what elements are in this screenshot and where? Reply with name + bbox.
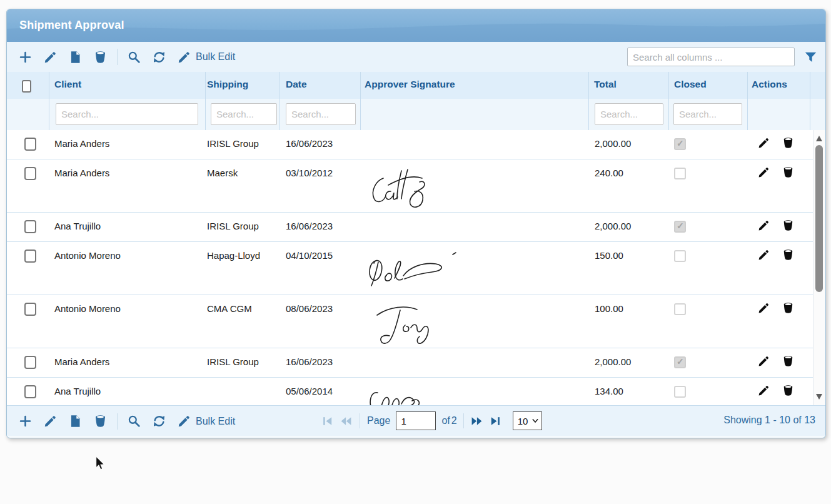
prev-page-icon[interactable] xyxy=(340,415,352,427)
toolbar-right xyxy=(627,48,825,66)
scrollbar-thumb[interactable] xyxy=(815,145,823,292)
edit-row-icon[interactable] xyxy=(758,137,770,149)
edit-row-icon[interactable] xyxy=(758,166,770,178)
search-icon[interactable] xyxy=(128,51,141,64)
select-all-checkbox[interactable] xyxy=(22,80,31,93)
row-checkbox[interactable] xyxy=(24,249,36,263)
chevron-down-icon xyxy=(531,417,539,425)
refresh-icon[interactable] xyxy=(153,51,166,64)
copy-icon[interactable] xyxy=(69,415,82,428)
mouse-cursor xyxy=(95,456,106,471)
column-header-shipping[interactable]: Shipping xyxy=(207,79,248,90)
cell-shipping: Maersk xyxy=(207,168,238,178)
delete-row-icon[interactable] xyxy=(782,385,794,396)
filter-client-input[interactable] xyxy=(56,103,198,125)
last-page-icon[interactable] xyxy=(490,415,501,427)
add-icon[interactable] xyxy=(19,51,32,64)
scroll-down-icon[interactable] xyxy=(816,394,822,400)
edit-icon[interactable] xyxy=(44,415,57,428)
table-row[interactable]: Ana Trujillo IRISL Group 16/06/2023 2,00… xyxy=(7,213,825,242)
filter-row xyxy=(7,99,825,131)
closed-checkbox xyxy=(674,250,686,262)
closed-checkbox xyxy=(674,221,686,233)
signature-image xyxy=(366,163,441,211)
signature-image xyxy=(366,386,428,405)
cell-shipping: IRISL Group xyxy=(207,138,259,149)
column-header-total[interactable]: Total xyxy=(594,79,617,90)
table-row[interactable]: Maria Anders Maersk 03/10/2012 240.00 xyxy=(7,159,825,213)
table-row[interactable]: Antonio Moreno Hapag-Lloyd 04/10/2015 15… xyxy=(7,242,825,295)
cell-date: 16/06/2023 xyxy=(286,221,333,231)
row-checkbox[interactable] xyxy=(24,303,36,316)
filter-shipping-input[interactable] xyxy=(211,103,277,125)
filter-date-input[interactable] xyxy=(286,103,356,125)
delete-icon[interactable] xyxy=(94,415,107,428)
total-pages: 2 xyxy=(451,415,457,426)
table-row[interactable]: Antonio Moreno CMA CGM 08/06/2023 100.00 xyxy=(7,295,825,348)
toolbar-divider xyxy=(117,413,118,430)
column-divider xyxy=(49,72,49,130)
cell-client: Maria Anders xyxy=(54,168,109,178)
cell-client: Ana Trujillo xyxy=(54,386,101,396)
bulk-edit-button[interactable]: Bulk Edit xyxy=(178,415,235,428)
bulk-edit-label: Bulk Edit xyxy=(196,416,235,427)
row-checkbox[interactable] xyxy=(24,220,36,233)
global-search-input[interactable] xyxy=(627,48,795,66)
table-row[interactable]: Maria Anders IRISL Group 16/06/2023 2,00… xyxy=(7,348,825,378)
delete-row-icon[interactable] xyxy=(782,249,794,261)
table-row[interactable]: Maria Anders IRISL Group 16/06/2023 2,00… xyxy=(7,130,825,159)
page-number-input[interactable] xyxy=(396,411,436,430)
first-page-icon[interactable] xyxy=(321,415,333,427)
edit-row-icon[interactable] xyxy=(758,355,770,367)
cell-total: 100.00 xyxy=(595,303,623,314)
row-checkbox[interactable] xyxy=(24,167,36,180)
column-header-date[interactable]: Date xyxy=(286,79,307,90)
delete-row-icon[interactable] xyxy=(782,355,794,367)
delete-row-icon[interactable] xyxy=(782,137,794,149)
delete-row-icon[interactable] xyxy=(782,166,794,178)
table-row[interactable]: Ana Trujillo 05/06/2014 134.00 xyxy=(7,378,825,405)
row-checkbox[interactable] xyxy=(24,385,36,398)
vertical-scrollbar[interactable] xyxy=(813,130,825,405)
edit-row-icon[interactable] xyxy=(758,219,770,231)
delete-row-icon[interactable] xyxy=(782,219,794,231)
closed-checkbox xyxy=(674,138,686,150)
page-label: Page xyxy=(367,415,390,426)
filter-closed-input[interactable] xyxy=(673,103,742,125)
search-icon[interactable] xyxy=(128,415,141,428)
cell-shipping: IRISL Group xyxy=(207,221,259,231)
column-header-signature[interactable]: Approver Signature xyxy=(365,79,455,90)
scroll-up-icon[interactable] xyxy=(816,136,822,141)
page-size-select[interactable]: 10 xyxy=(513,411,542,430)
row-checkbox[interactable] xyxy=(24,138,36,151)
bulk-edit-icon xyxy=(178,415,191,428)
edit-row-icon[interactable] xyxy=(758,249,770,261)
cell-client: Ana Trujillo xyxy=(54,221,101,231)
pager-divider xyxy=(360,413,360,428)
cell-total: 150.00 xyxy=(595,250,623,261)
title-wave-decoration xyxy=(7,9,825,42)
cell-client: Antonio Moreno xyxy=(54,303,121,314)
edit-row-icon[interactable] xyxy=(758,385,770,396)
next-page-icon[interactable] xyxy=(471,415,483,427)
column-divider xyxy=(810,72,810,130)
filter-total-input[interactable] xyxy=(595,103,663,125)
edit-icon[interactable] xyxy=(44,51,57,64)
column-header-client[interactable]: Client xyxy=(54,79,81,90)
column-divider xyxy=(668,72,669,130)
column-divider xyxy=(588,72,589,130)
delete-icon[interactable] xyxy=(94,51,107,64)
add-icon[interactable] xyxy=(19,415,32,428)
toolbar: Bulk Edit xyxy=(7,42,825,72)
edit-row-icon[interactable] xyxy=(758,302,770,314)
bulk-edit-icon xyxy=(178,51,191,64)
column-header-closed[interactable]: Closed xyxy=(674,79,707,90)
table-body: Maria Anders IRISL Group 16/06/2023 2,00… xyxy=(7,130,825,405)
delete-row-icon[interactable] xyxy=(782,302,794,314)
copy-icon[interactable] xyxy=(69,51,82,64)
row-checkbox[interactable] xyxy=(24,356,36,369)
filter-icon[interactable] xyxy=(804,51,817,64)
refresh-icon[interactable] xyxy=(153,415,166,428)
bulk-edit-button[interactable]: Bulk Edit xyxy=(178,51,235,64)
column-header-row: Client Shipping Date Approver Signature … xyxy=(7,72,825,99)
